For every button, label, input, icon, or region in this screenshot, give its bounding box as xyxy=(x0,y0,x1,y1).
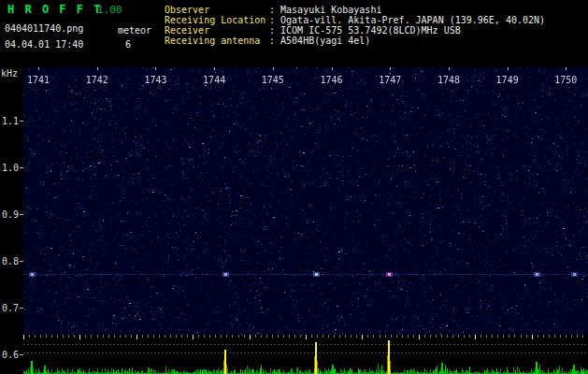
frequency-tick-label: 1.0 xyxy=(2,163,19,173)
meta-row-location: Receiving Location: Ogata-vill. Akita-Pr… xyxy=(165,15,545,25)
meta-label: Receiving antenna xyxy=(165,36,269,46)
time-tick-label: 1750 xyxy=(554,75,577,85)
frequency-axis-unit: kHz xyxy=(1,68,18,79)
frequency-tick-label: 1.1 xyxy=(2,116,19,126)
time-tick-label: 1749 xyxy=(496,75,519,85)
meta-row-antenna: Receiving antenna: A504HB(yagi 4el) xyxy=(165,36,545,46)
meta-separator: : xyxy=(269,15,275,25)
spectrogram-canvas xyxy=(23,67,588,335)
time-tick-label: 1746 xyxy=(321,75,343,85)
signal-strip-canvas xyxy=(23,335,588,374)
time-tick-label: 1744 xyxy=(203,75,225,85)
frequency-tick-label: 0.8 xyxy=(2,256,19,266)
time-tick-label: 1747 xyxy=(379,75,401,85)
app-version: 1.00 xyxy=(97,4,122,16)
meta-value: ICOM IC-575 53.7492(8LCD)MHz USB xyxy=(280,25,461,36)
time-tick-label: 1745 xyxy=(262,75,284,85)
meta-separator: : xyxy=(269,5,275,15)
signal-strength-panel xyxy=(23,335,588,374)
meta-value: Ogata-vill. Akita-Pref. JAPAN (139.96E, … xyxy=(280,15,545,25)
time-tick-label: 1743 xyxy=(144,75,166,85)
meta-value: Masayuki Kobayashi xyxy=(280,5,381,15)
meta-label: Receiving Location xyxy=(165,15,269,25)
frequency-tick-label: 0.9 xyxy=(2,209,19,220)
time-tick-label: 1742 xyxy=(86,75,108,85)
hrofft-window: H R O F F T 1.00 0404011740.png meteor 0… xyxy=(0,0,588,374)
frequency-tick-label: 0.7 xyxy=(2,303,19,313)
meta-row-receiver: Receiver: ICOM IC-575 53.7492(8LCD)MHz U… xyxy=(165,25,545,36)
meta-value: A504HB(yagi 4el) xyxy=(280,36,370,46)
frequency-tick-label: 0.6 xyxy=(2,350,19,360)
time-tick-label: 1741 xyxy=(27,75,50,85)
meta-row-observer: Observer: Masayuki Kobayashi xyxy=(165,5,545,15)
mode-label: meteor xyxy=(118,25,151,36)
meta-separator: : xyxy=(269,36,275,46)
meta-separator: : xyxy=(269,25,275,36)
observation-meta: Observer: Masayuki Kobayashi Receiving L… xyxy=(165,5,545,46)
meta-label: Receiver xyxy=(165,25,269,36)
spectrogram-panel: 1741174217431744174517461747174817491750 xyxy=(23,67,588,335)
meta-label: Observer xyxy=(165,5,269,15)
echo-count: 6 xyxy=(125,39,131,50)
frequency-axis: kHz 1.11.00.90.80.70.6 xyxy=(0,0,23,374)
time-tick-label: 1748 xyxy=(437,75,460,85)
